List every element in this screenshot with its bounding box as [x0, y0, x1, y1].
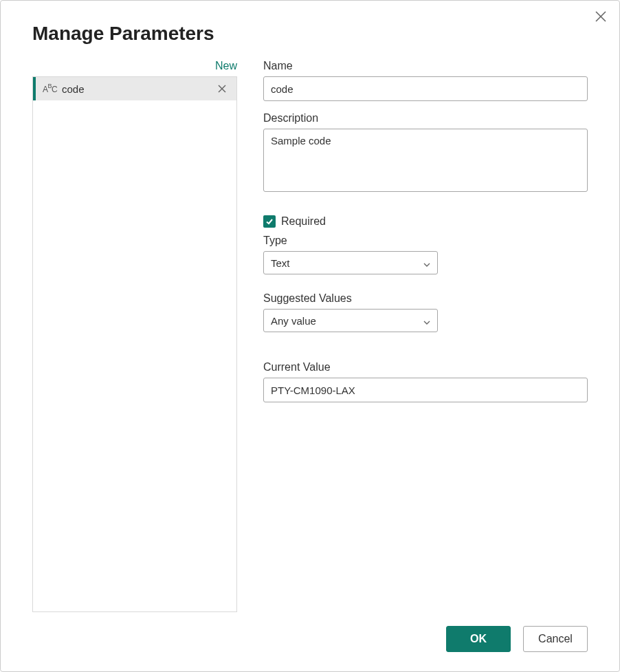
required-checkbox[interactable]	[263, 215, 276, 228]
new-row: New	[32, 60, 237, 76]
required-label: Required	[281, 215, 326, 228]
chevron-down-icon	[423, 315, 430, 327]
required-row: Required	[263, 215, 588, 228]
suggested-values-value: Any value	[271, 315, 423, 327]
text-type-icon: ABC	[43, 83, 59, 94]
close-icon[interactable]	[595, 10, 607, 23]
name-label: Name	[263, 60, 588, 72]
ok-button[interactable]: OK	[446, 626, 511, 652]
suggested-values-label: Suggested Values	[263, 292, 588, 305]
description-input[interactable]	[263, 129, 588, 192]
type-select[interactable]: Text	[263, 251, 438, 274]
type-select-value: Text	[271, 257, 423, 269]
suggested-values-select[interactable]: Any value	[263, 309, 438, 332]
parameter-list-item[interactable]: ABC code	[33, 77, 236, 100]
parameter-item-name: code	[59, 83, 214, 95]
dialog-body: New ABC code Name	[1, 45, 619, 612]
current-value-input[interactable]	[263, 378, 588, 402]
description-label: Description	[263, 112, 588, 124]
chevron-down-icon	[423, 257, 430, 269]
suggested-values-wrap: Suggested Values Any value	[263, 285, 588, 332]
type-label: Type	[263, 235, 588, 247]
delete-parameter-icon[interactable]	[214, 81, 230, 96]
cancel-button[interactable]: Cancel	[523, 626, 588, 652]
selection-accent	[33, 77, 36, 100]
manage-parameters-dialog: Manage Parameters New ABC code	[0, 0, 620, 672]
parameter-list: ABC code	[32, 76, 237, 612]
dialog-footer: OK Cancel	[1, 612, 619, 671]
current-value-wrap: Current Value	[263, 354, 588, 402]
parameter-list-pane: New ABC code	[32, 60, 237, 612]
current-value-label: Current Value	[263, 361, 588, 373]
new-parameter-link[interactable]: New	[215, 60, 237, 72]
name-input[interactable]	[263, 76, 588, 101]
parameter-form-pane: Name Description Required Type Text	[263, 60, 588, 612]
dialog-title: Manage Parameters	[1, 1, 619, 45]
